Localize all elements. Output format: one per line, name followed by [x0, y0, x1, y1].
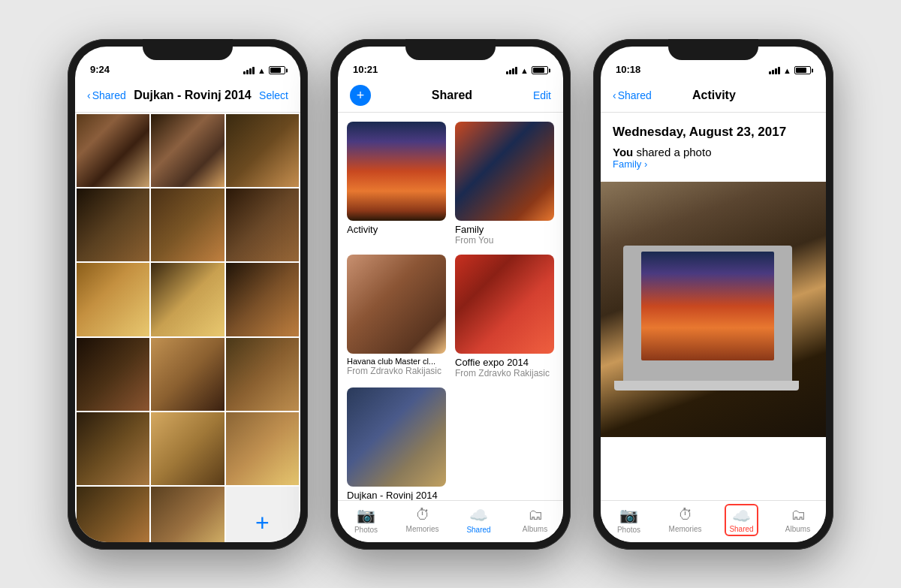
- photos-tab-icon-3: 📷: [619, 506, 638, 524]
- photo-cell-14[interactable]: [151, 412, 224, 485]
- back-label-3: Shared: [618, 89, 652, 101]
- wifi-icon-3: ▲: [783, 66, 791, 75]
- chevron-left-icon-3: ‹: [613, 89, 616, 101]
- tab-photos-2[interactable]: 📷 Photos: [338, 506, 394, 534]
- photo-cell-16[interactable]: [77, 487, 149, 541]
- tab-memories-3[interactable]: ⏱ Memories: [657, 506, 713, 533]
- tab-albums-3[interactable]: 🗂 Albums: [770, 506, 826, 533]
- battery-icon-1: [269, 66, 285, 74]
- album-thumb-family: [455, 122, 554, 221]
- photo-grid-1: +: [75, 113, 300, 542]
- nav-bar-1: ‹ Shared Dujkan - Rovinj 2014 Select: [75, 80, 300, 113]
- shared-tab-icon-2: ☁️: [469, 506, 488, 524]
- memories-tab-icon-2: ⏱: [415, 506, 430, 523]
- album-name-havana: Havana club Master cl...: [347, 357, 446, 366]
- photo-cell-17[interactable]: [151, 487, 224, 541]
- activity-sub[interactable]: Family ›: [613, 158, 814, 170]
- tab-bar-2: 📷 Photos ⏱ Memories ☁️ Shared 🗂 Albums: [338, 500, 563, 542]
- status-icons-3: ▲: [769, 66, 811, 75]
- photo-cell-8[interactable]: [151, 263, 224, 336]
- tab-photos-label-2: Photos: [354, 526, 378, 534]
- album-name-dujkan: Dujkan - Rovinj 2014: [347, 490, 446, 500]
- activity-photo[interactable]: [601, 182, 826, 437]
- photo-cell-5[interactable]: [151, 188, 224, 261]
- shared-albums-content: Activity Family From You Havana club Mas…: [338, 113, 563, 500]
- add-photo-cell[interactable]: +: [226, 487, 299, 541]
- chevron-left-icon-1: ‹: [87, 89, 91, 101]
- photo-cell-1[interactable]: [77, 114, 149, 187]
- album-from-havana: From Zdravko Rakijasic: [347, 366, 446, 376]
- nav-title-3: Activity: [692, 89, 736, 102]
- edit-button-2[interactable]: Edit: [533, 89, 551, 101]
- tab-photos-3[interactable]: 📷 Photos: [601, 506, 657, 534]
- status-time-1: 9:24: [90, 64, 110, 75]
- tab-memories-label-3: Memories: [669, 525, 702, 533]
- photo-cell-10[interactable]: [77, 338, 149, 411]
- shared-tab-icon-3: ☁️: [732, 507, 751, 525]
- back-button-3[interactable]: ‹ Shared: [613, 89, 652, 101]
- photo-cell-7[interactable]: [77, 263, 149, 336]
- photo-cell-4[interactable]: [77, 188, 149, 261]
- memories-tab-icon-3: ⏱: [678, 506, 693, 523]
- activity-header-3: Wednesday, August 23, 2017 You shared a …: [601, 113, 826, 182]
- signal-icon-2: [506, 67, 517, 74]
- tab-shared-2[interactable]: ☁️ Shared: [450, 506, 507, 534]
- photo-cell-2[interactable]: [151, 114, 224, 187]
- album-item-havana[interactable]: Havana club Master cl... From Zdravko Ra…: [347, 255, 446, 378]
- albums-tab-icon-3: 🗂: [791, 506, 806, 523]
- album-item-coffie[interactable]: Coffie expo 2014 From Zdravko Rakijasic: [455, 255, 554, 378]
- tab-memories-2[interactable]: ⏱ Memories: [394, 506, 450, 533]
- album-thumb-activity: [347, 122, 446, 221]
- album-item-activity[interactable]: Activity: [347, 122, 446, 246]
- wifi-icon-2: ▲: [520, 66, 529, 75]
- back-button-1[interactable]: ‹ Shared: [87, 89, 126, 101]
- activity-desc-text: shared a photo: [636, 146, 711, 158]
- album-from-family: From You: [455, 235, 554, 246]
- tab-shared-3[interactable]: ☁️ Shared: [713, 504, 770, 536]
- album-name-activity: Activity: [347, 224, 446, 235]
- notch-2: [405, 39, 496, 60]
- photo-cell-15[interactable]: [226, 412, 299, 485]
- tab-photos-label-3: Photos: [617, 526, 640, 534]
- album-thumb-havana: [347, 255, 446, 354]
- album-name-family: Family: [455, 224, 554, 235]
- shared-grid-2: Activity Family From You Havana club Mas…: [338, 113, 563, 500]
- signal-icon-1: [243, 67, 255, 74]
- select-button-1[interactable]: Select: [259, 89, 288, 101]
- phone-2: 10:21 ▲ + Shared Edit: [330, 39, 571, 550]
- photo-cell-13[interactable]: [77, 412, 149, 485]
- albums-tab-icon-2: 🗂: [528, 506, 543, 523]
- tab-albums-label-2: Albums: [523, 525, 547, 533]
- status-icons-2: ▲: [506, 66, 548, 75]
- photo-cell-3[interactable]: [226, 114, 299, 187]
- activity-desc-bold: You: [613, 146, 633, 158]
- back-label-1: Shared: [92, 89, 126, 101]
- photos-tab-icon-2: 📷: [357, 506, 375, 524]
- photo-cell-11[interactable]: [151, 338, 224, 411]
- notch-3: [668, 39, 758, 60]
- tab-memories-label-2: Memories: [406, 525, 439, 533]
- album-item-dujkan[interactable]: Dujkan - Rovinj 2014: [347, 387, 446, 500]
- activity-date: Wednesday, August 23, 2017: [613, 125, 814, 140]
- wifi-icon-1: ▲: [258, 66, 266, 75]
- notch-1: [143, 39, 233, 60]
- tab-shared-label-3: Shared: [729, 525, 753, 533]
- album-thumb-coffie: [455, 255, 554, 354]
- nav-title-1: Dujkan - Rovinj 2014: [134, 89, 252, 102]
- signal-icon-3: [769, 67, 780, 74]
- photo-grid-container-1: + 69 Photos From You Photos People: [75, 113, 300, 542]
- battery-icon-2: [532, 66, 548, 74]
- phone-3: 10:18 ▲ ‹ Shared Activity: [593, 39, 833, 550]
- photo-cell-6[interactable]: [226, 188, 299, 261]
- tab-albums-2[interactable]: 🗂 Albums: [507, 506, 563, 533]
- album-from-coffie: From Zdravko Rakijasic: [455, 368, 554, 378]
- photo-cell-12[interactable]: [226, 338, 299, 411]
- tab-shared-label-2: Shared: [466, 526, 490, 534]
- photo-cell-9[interactable]: [226, 263, 299, 336]
- activity-content-3: Wednesday, August 23, 2017 You shared a …: [601, 113, 826, 500]
- add-album-button[interactable]: +: [350, 85, 371, 106]
- tab-albums-label-3: Albums: [785, 525, 810, 533]
- nav-bar-2: + Shared Edit: [338, 80, 563, 113]
- status-icons-1: ▲: [243, 66, 285, 75]
- album-item-family[interactable]: Family From You: [455, 122, 554, 246]
